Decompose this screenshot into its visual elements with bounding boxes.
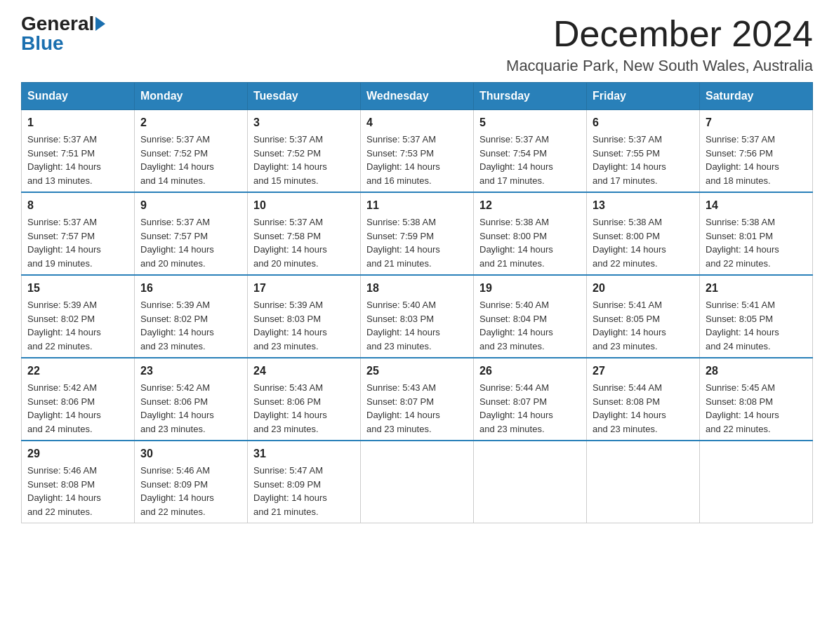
day-info: Sunrise: 5:40 AMSunset: 8:04 PMDaylight:… (479, 298, 581, 353)
day-info: Sunrise: 5:46 AMSunset: 8:09 PMDaylight:… (140, 464, 241, 518)
calendar-day-cell: 1Sunrise: 5:37 AMSunset: 7:51 PMDaylight… (22, 110, 135, 193)
day-number: 29 (27, 445, 128, 462)
day-info: Sunrise: 5:38 AMSunset: 8:01 PMDaylight:… (706, 215, 807, 270)
month-title: December 2024 (506, 14, 813, 54)
day-number: 2 (140, 114, 241, 131)
day-number: 8 (27, 197, 128, 214)
calendar-day-cell: 15Sunrise: 5:39 AMSunset: 8:02 PMDayligh… (22, 275, 135, 358)
calendar-day-cell: 24Sunrise: 5:43 AMSunset: 8:06 PMDayligh… (248, 358, 361, 441)
day-number: 15 (27, 280, 128, 297)
day-info: Sunrise: 5:43 AMSunset: 8:06 PMDaylight:… (253, 381, 355, 436)
day-number: 26 (479, 363, 581, 380)
day-info: Sunrise: 5:37 AMSunset: 7:56 PMDaylight:… (706, 133, 807, 187)
calendar-day-cell: 20Sunrise: 5:41 AMSunset: 8:05 PMDayligh… (587, 275, 700, 358)
calendar-day-cell: 18Sunrise: 5:40 AMSunset: 8:03 PMDayligh… (361, 275, 474, 358)
weekday-header-tuesday: Tuesday (248, 83, 361, 110)
day-info: Sunrise: 5:42 AMSunset: 8:06 PMDaylight:… (140, 381, 241, 436)
calendar-day-cell: 3Sunrise: 5:37 AMSunset: 7:52 PMDaylight… (248, 110, 361, 193)
day-number: 19 (479, 280, 581, 297)
day-info: Sunrise: 5:37 AMSunset: 7:53 PMDaylight:… (366, 133, 468, 187)
logo-arrow-icon (95, 17, 105, 31)
calendar-week-row: 29Sunrise: 5:46 AMSunset: 8:08 PMDayligh… (22, 441, 813, 523)
day-number: 22 (27, 363, 128, 380)
weekday-header-saturday: Saturday (700, 83, 813, 110)
day-number: 17 (253, 280, 355, 297)
day-number: 9 (140, 197, 241, 214)
day-info: Sunrise: 5:41 AMSunset: 8:05 PMDaylight:… (706, 298, 807, 353)
day-info: Sunrise: 5:37 AMSunset: 7:55 PMDaylight:… (593, 133, 694, 187)
logo-blue: Blue (21, 34, 64, 53)
day-number: 3 (253, 114, 355, 131)
day-info: Sunrise: 5:37 AMSunset: 7:58 PMDaylight:… (253, 215, 355, 270)
calendar-day-cell: 5Sunrise: 5:37 AMSunset: 7:54 PMDaylight… (474, 110, 587, 193)
day-number: 23 (140, 363, 241, 380)
logo: General Blue (21, 14, 105, 53)
calendar-day-cell (587, 441, 700, 523)
day-number: 31 (253, 445, 355, 462)
calendar-day-cell: 27Sunrise: 5:44 AMSunset: 8:08 PMDayligh… (587, 358, 700, 441)
weekday-header-monday: Monday (135, 83, 248, 110)
calendar-day-cell: 31Sunrise: 5:47 AMSunset: 8:09 PMDayligh… (248, 441, 361, 523)
calendar-day-cell: 13Sunrise: 5:38 AMSunset: 8:00 PMDayligh… (587, 192, 700, 275)
day-info: Sunrise: 5:38 AMSunset: 8:00 PMDaylight:… (593, 215, 694, 270)
calendar-day-cell: 9Sunrise: 5:37 AMSunset: 7:57 PMDaylight… (135, 192, 248, 275)
logo-general: General (21, 14, 94, 34)
day-info: Sunrise: 5:44 AMSunset: 8:07 PMDaylight:… (479, 381, 581, 436)
day-info: Sunrise: 5:39 AMSunset: 8:02 PMDaylight:… (27, 298, 128, 353)
day-info: Sunrise: 5:37 AMSunset: 7:54 PMDaylight:… (479, 133, 581, 187)
calendar-day-cell: 23Sunrise: 5:42 AMSunset: 8:06 PMDayligh… (135, 358, 248, 441)
calendar-week-row: 15Sunrise: 5:39 AMSunset: 8:02 PMDayligh… (22, 275, 813, 358)
day-number: 16 (140, 280, 241, 297)
day-info: Sunrise: 5:37 AMSunset: 7:52 PMDaylight:… (140, 133, 241, 187)
calendar-day-cell: 2Sunrise: 5:37 AMSunset: 7:52 PMDaylight… (135, 110, 248, 193)
location-title: Macquarie Park, New South Wales, Austral… (506, 57, 813, 75)
day-info: Sunrise: 5:37 AMSunset: 7:52 PMDaylight:… (253, 133, 355, 187)
calendar-day-cell: 26Sunrise: 5:44 AMSunset: 8:07 PMDayligh… (474, 358, 587, 441)
day-info: Sunrise: 5:44 AMSunset: 8:08 PMDaylight:… (593, 381, 694, 436)
calendar-day-cell: 16Sunrise: 5:39 AMSunset: 8:02 PMDayligh… (135, 275, 248, 358)
day-number: 6 (593, 114, 694, 131)
day-number: 25 (366, 363, 468, 380)
day-number: 20 (593, 280, 694, 297)
calendar-day-cell: 25Sunrise: 5:43 AMSunset: 8:07 PMDayligh… (361, 358, 474, 441)
calendar-day-cell: 6Sunrise: 5:37 AMSunset: 7:55 PMDaylight… (587, 110, 700, 193)
day-info: Sunrise: 5:37 AMSunset: 7:51 PMDaylight:… (27, 133, 128, 187)
header: General Blue December 2024 Macquarie Par… (21, 14, 813, 75)
day-info: Sunrise: 5:38 AMSunset: 8:00 PMDaylight:… (479, 215, 581, 270)
calendar-day-cell (361, 441, 474, 523)
day-number: 11 (366, 197, 468, 214)
day-number: 13 (593, 197, 694, 214)
calendar-day-cell (474, 441, 587, 523)
calendar-day-cell: 11Sunrise: 5:38 AMSunset: 7:59 PMDayligh… (361, 192, 474, 275)
calendar-day-cell: 8Sunrise: 5:37 AMSunset: 7:57 PMDaylight… (22, 192, 135, 275)
day-number: 28 (706, 363, 807, 380)
day-info: Sunrise: 5:46 AMSunset: 8:08 PMDaylight:… (27, 464, 128, 518)
day-number: 18 (366, 280, 468, 297)
calendar-day-cell (700, 441, 813, 523)
calendar-week-row: 1Sunrise: 5:37 AMSunset: 7:51 PMDaylight… (22, 110, 813, 193)
calendar-week-row: 22Sunrise: 5:42 AMSunset: 8:06 PMDayligh… (22, 358, 813, 441)
day-info: Sunrise: 5:43 AMSunset: 8:07 PMDaylight:… (366, 381, 468, 436)
day-info: Sunrise: 5:47 AMSunset: 8:09 PMDaylight:… (253, 464, 355, 518)
weekday-header-sunday: Sunday (22, 83, 135, 110)
day-number: 21 (706, 280, 807, 297)
calendar-day-cell: 21Sunrise: 5:41 AMSunset: 8:05 PMDayligh… (700, 275, 813, 358)
calendar-day-cell: 10Sunrise: 5:37 AMSunset: 7:58 PMDayligh… (248, 192, 361, 275)
title-area: December 2024 Macquarie Park, New South … (506, 14, 813, 75)
day-number: 5 (479, 114, 581, 131)
calendar-day-cell: 4Sunrise: 5:37 AMSunset: 7:53 PMDaylight… (361, 110, 474, 193)
calendar-day-cell: 19Sunrise: 5:40 AMSunset: 8:04 PMDayligh… (474, 275, 587, 358)
day-number: 24 (253, 363, 355, 380)
day-number: 4 (366, 114, 468, 131)
calendar-day-cell: 7Sunrise: 5:37 AMSunset: 7:56 PMDaylight… (700, 110, 813, 193)
calendar-day-cell: 14Sunrise: 5:38 AMSunset: 8:01 PMDayligh… (700, 192, 813, 275)
day-info: Sunrise: 5:37 AMSunset: 7:57 PMDaylight:… (140, 215, 241, 270)
day-number: 7 (706, 114, 807, 131)
day-number: 30 (140, 445, 241, 462)
day-number: 1 (27, 114, 128, 131)
weekday-header-wednesday: Wednesday (361, 83, 474, 110)
weekday-header-friday: Friday (587, 83, 700, 110)
calendar-day-cell: 22Sunrise: 5:42 AMSunset: 8:06 PMDayligh… (22, 358, 135, 441)
day-info: Sunrise: 5:39 AMSunset: 8:03 PMDaylight:… (253, 298, 355, 353)
weekday-header-row: SundayMondayTuesdayWednesdayThursdayFrid… (22, 83, 813, 110)
